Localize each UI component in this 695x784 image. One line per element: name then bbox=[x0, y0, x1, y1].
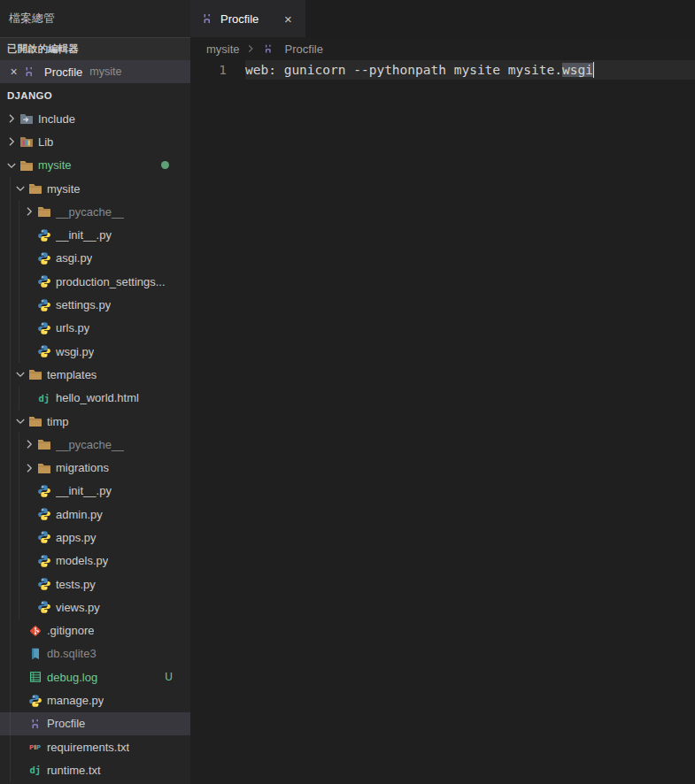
tree-item-mysite[interactable]: mysite bbox=[0, 154, 190, 177]
tree-item-label: runtime.txt bbox=[47, 764, 101, 777]
tree-item-asgi.py[interactable]: asgi.py bbox=[0, 247, 190, 270]
indent-guide bbox=[10, 503, 11, 526]
tree-item-__init__.py[interactable]: __init__.py bbox=[0, 223, 190, 246]
open-editor-item-procfile[interactable]: × Procfile mysite bbox=[0, 60, 190, 83]
folder-icon bbox=[36, 204, 51, 219]
tree-item-wsgi.py[interactable]: wsgi.py bbox=[0, 340, 190, 363]
tree-item-admin.py[interactable]: admin.py bbox=[0, 503, 190, 526]
indent-guide bbox=[19, 200, 19, 223]
tree-item-views.py[interactable]: views.py bbox=[0, 596, 190, 619]
tree-item-db.sqlite3[interactable]: db.sqlite3 bbox=[0, 642, 190, 665]
indent-guide bbox=[19, 526, 19, 549]
tree-item-label: views.py bbox=[56, 601, 100, 614]
twistie-spacer bbox=[21, 554, 36, 568]
highlighted-word: wsgi bbox=[562, 63, 593, 77]
twistie-spacer bbox=[21, 251, 36, 265]
file-tree: IncludeLibmysitemysite__pycache____init_… bbox=[0, 107, 190, 784]
breadcrumb-file[interactable]: Procfile bbox=[285, 42, 323, 56]
tree-item-label: __pycache__ bbox=[56, 205, 124, 219]
chevron-right-icon bbox=[244, 42, 257, 55]
tree-item-hello_world.html[interactable]: djhello_world.html bbox=[0, 387, 190, 410]
tree-item-label: templates bbox=[47, 368, 97, 381]
tree-item-settings.py[interactable]: settings.py bbox=[0, 293, 190, 316]
chevron-right-icon[interactable] bbox=[21, 461, 36, 475]
tree-item-label: migrations bbox=[56, 461, 109, 474]
tree-item-timp[interactable]: timp bbox=[0, 410, 190, 433]
tree-item-label: db.sqlite3 bbox=[47, 647, 97, 660]
chevron-right-icon[interactable] bbox=[4, 111, 19, 126]
tree-item-models.py[interactable]: models.py bbox=[0, 550, 190, 573]
indent-guide bbox=[10, 456, 11, 479]
tab-bar: Procfile × bbox=[190, 0, 695, 37]
python-icon bbox=[36, 600, 51, 614]
open-editors-header[interactable]: 已開啟的編輯器 bbox=[0, 37, 190, 60]
indent-guide bbox=[10, 293, 11, 316]
indent-guide bbox=[10, 270, 11, 293]
tree-item-.gitignore[interactable]: .gitignore bbox=[0, 619, 190, 642]
indent-guide bbox=[10, 340, 11, 363]
include-folder-icon bbox=[19, 111, 34, 126]
indent-guide bbox=[10, 526, 11, 549]
chevron-down-icon[interactable] bbox=[4, 158, 19, 173]
breadcrumb-folder[interactable]: mysite bbox=[206, 42, 240, 56]
python-icon bbox=[27, 694, 42, 708]
twistie-spacer bbox=[21, 344, 36, 358]
tree-item-mysite[interactable]: mysite bbox=[0, 177, 190, 200]
tree-item-templates[interactable]: templates bbox=[0, 363, 190, 386]
indent-guide bbox=[10, 735, 11, 758]
tree-item-migrations[interactable]: migrations bbox=[0, 456, 190, 479]
text-cursor bbox=[593, 62, 595, 78]
code-text[interactable]: web: gunicorn --pythonpath mysite mysite… bbox=[245, 60, 695, 80]
indent-guide bbox=[10, 619, 11, 642]
tree-item-tests.py[interactable]: tests.py bbox=[0, 573, 190, 596]
twistie-spacer bbox=[12, 763, 27, 777]
tree-item-label: Procfile bbox=[47, 717, 85, 730]
tree-item-__pycache__[interactable]: __pycache__ bbox=[0, 200, 190, 223]
line-number: 1 bbox=[190, 60, 245, 80]
indent-guide bbox=[10, 758, 11, 781]
chevron-right-icon[interactable] bbox=[21, 437, 36, 451]
indent-guide bbox=[19, 550, 19, 573]
close-icon[interactable]: × bbox=[281, 12, 295, 27]
chevron-right-icon[interactable] bbox=[21, 204, 36, 219]
svg-text:dj: dj bbox=[38, 393, 50, 404]
explorer-title: 檔案總管 bbox=[0, 0, 190, 37]
twistie-spacer bbox=[21, 484, 36, 498]
tree-item-__init__.py[interactable]: __init__.py bbox=[0, 480, 190, 503]
python-icon bbox=[36, 344, 51, 358]
tree-item-label: Lib bbox=[38, 135, 53, 149]
python-icon bbox=[36, 507, 51, 521]
tree-item-label: requirements.txt bbox=[47, 741, 129, 754]
chevron-down-icon[interactable] bbox=[12, 181, 27, 196]
tree-item-procfile[interactable]: Procfile bbox=[0, 712, 190, 735]
tree-item-__pycache__[interactable]: __pycache__ bbox=[0, 433, 190, 456]
folder-icon bbox=[36, 461, 51, 475]
folder-icon bbox=[27, 414, 42, 428]
tree-item-label: production_settings... bbox=[56, 275, 166, 288]
tree-item-urls.py[interactable]: urls.py bbox=[0, 317, 190, 340]
database-icon bbox=[27, 647, 42, 661]
tree-item-label: urls.py bbox=[56, 321, 89, 334]
git-status-badge: U bbox=[165, 671, 173, 683]
chevron-down-icon[interactable] bbox=[12, 367, 27, 381]
tree-item-debug.log[interactable]: debug.logU bbox=[0, 665, 190, 688]
chevron-down-icon[interactable] bbox=[12, 414, 27, 428]
indent-guide bbox=[10, 410, 11, 433]
tree-item-requirements.txt[interactable]: PIPrequirements.txt bbox=[0, 735, 190, 758]
tree-item-lib[interactable]: Lib bbox=[0, 130, 190, 153]
tree-item-label: admin.py bbox=[56, 508, 103, 521]
indent-guide bbox=[19, 387, 19, 410]
workspace-section-header[interactable]: DJANGO bbox=[0, 83, 190, 107]
indent-guide bbox=[19, 503, 19, 526]
python-icon bbox=[36, 577, 51, 591]
folder-icon bbox=[27, 181, 42, 196]
tree-item-runtime.txt[interactable]: djruntime.txt bbox=[0, 758, 190, 781]
close-icon[interactable]: × bbox=[6, 65, 21, 79]
editor-body[interactable]: 1 web: gunicorn --pythonpath mysite mysi… bbox=[190, 60, 695, 784]
tab-procfile[interactable]: Procfile × bbox=[190, 0, 305, 37]
chevron-right-icon[interactable] bbox=[4, 135, 19, 149]
tree-item-apps.py[interactable]: apps.py bbox=[0, 526, 190, 549]
tree-item-production_settings...[interactable]: production_settings... bbox=[0, 270, 190, 293]
tree-item-include[interactable]: Include bbox=[0, 107, 190, 130]
tree-item-manage.py[interactable]: manage.py bbox=[0, 688, 190, 711]
